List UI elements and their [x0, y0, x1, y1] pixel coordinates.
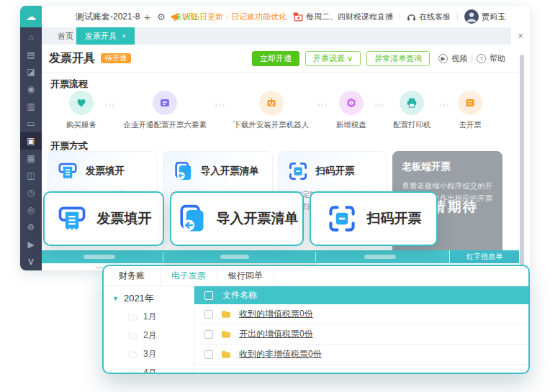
tab-e-invoice[interactable]: 电子发票 — [161, 266, 217, 286]
folder-outline-icon — [128, 332, 138, 339]
ticket-icon: ▣ — [27, 136, 35, 146]
billing-icon: ▭ — [27, 119, 35, 129]
tree-node-month-2[interactable]: 2月 — [104, 326, 194, 345]
step-install-robot[interactable]: 下载并安装开票机器人 — [233, 91, 309, 130]
sidebar-item-billing[interactable]: ▭ — [20, 115, 42, 132]
online-support-link[interactable]: 在线客服 — [407, 12, 451, 22]
file-table: 文件名称 收到的增值税票0份 开出的增值税票0份 收到的非增值税票0份 — [194, 286, 528, 373]
app-logo[interactable]: ☁ — [20, 6, 42, 27]
sidebar-item-home[interactable]: ⌂ — [20, 29, 42, 46]
cloud-icon: ☁ — [26, 12, 36, 22]
invoice-file-icon: ▥ — [27, 101, 35, 111]
sidebar-item-account[interactable]: ◎ — [20, 201, 42, 219]
heart-icon — [69, 91, 94, 115]
printer-icon — [400, 91, 424, 115]
sidebar-item-voucher[interactable]: ▤ — [20, 46, 42, 63]
sidebar-item-funds[interactable]: ◉ — [20, 81, 42, 98]
avatar — [464, 9, 479, 24]
close-icon: × — [518, 31, 523, 41]
abnormal-list-button[interactable]: 异常清单查询 — [366, 51, 430, 66]
live-course-link[interactable]: 每周二、四财税课程直播 — [293, 12, 393, 22]
row-checkbox[interactable] — [204, 350, 213, 359]
row-checkbox[interactable] — [204, 310, 213, 319]
tab-close-icon[interactable]: × — [122, 32, 126, 40]
sidebar-item-invoice-file[interactable]: ▥ — [20, 98, 42, 115]
tree-node-month-4[interactable]: 4月 — [104, 363, 194, 374]
overlay-card-scan-code[interactable]: 扫码开票 — [310, 191, 438, 246]
file-link[interactable]: 收到的增值税票0份 — [239, 308, 313, 320]
robot-icon — [259, 91, 284, 115]
video-icon: ▶ — [27, 240, 34, 250]
sidebar-item-tutorial[interactable]: ▶ — [20, 236, 42, 253]
printer-icon: ◫ — [27, 170, 35, 181]
settings-label: 开票设置 — [313, 54, 345, 63]
header-actions: 立即开通 开票设置 ∨ 异常清单查询 ▶ 视频 | ? 帮助 — [252, 51, 505, 66]
tree-node-2021[interactable]: ▼ 2021年 — [104, 290, 194, 307]
tree-node-month-1[interactable]: 1月 — [104, 307, 194, 326]
tab-invoice-active[interactable]: 发票开具 × — [76, 27, 135, 45]
file-name-header: 文件名称 — [222, 289, 257, 301]
tab-bank-receipt[interactable]: 银行回单 — [217, 266, 274, 286]
panel-tabs: 财务账 电子发票 银行回单 — [104, 266, 528, 286]
help-link[interactable]: 帮助 — [490, 53, 505, 64]
sidebar-item-brand[interactable]: V — [20, 253, 42, 270]
import-list-icon — [176, 203, 207, 234]
import-list-icon — [172, 160, 194, 182]
sidebar-item-invoice-tickets[interactable]: ▣ — [20, 132, 42, 150]
topbar-right: 8月5日更新：日记账功能优化 每周二、四财税课程直播 在线客服 — [171, 6, 505, 27]
invoice-settings-button[interactable]: 开票设置 ∨ — [305, 51, 361, 66]
assets-icon: ▦ — [27, 153, 35, 163]
step-arrow-icon: ››› — [439, 100, 450, 110]
video-link[interactable]: 视频 — [451, 53, 467, 64]
support-text: 在线客服 — [419, 12, 451, 22]
divider — [42, 72, 520, 73]
folder-icon — [221, 330, 231, 338]
panel-body: ▼ 2021年 1月 2月 3月 4月 文件名称 — [104, 286, 528, 373]
sidebar-item-report[interactable]: ◪ — [20, 63, 42, 81]
folder-outline-icon — [128, 350, 138, 358]
tab-finance-account[interactable]: 财务账 — [104, 266, 161, 286]
tab-label: 发票开具 — [85, 31, 117, 42]
add-button[interactable]: + — [144, 6, 150, 27]
overlay-card-fill-invoice[interactable]: 发票填开 — [43, 191, 164, 246]
sidebar-item-settings[interactable]: ⚙ — [20, 219, 42, 236]
folder-outline-icon — [128, 313, 138, 321]
step-go-invoice[interactable]: 去开票 — [458, 91, 482, 130]
step-add-tax-disk[interactable]: 新增税盘 — [336, 91, 366, 130]
home-icon: ⌂ — [28, 32, 33, 42]
chevron-down-icon: ∨ — [347, 54, 353, 63]
file-row: 收到的增值税票0份 — [194, 304, 528, 324]
folder-outline-icon — [128, 369, 138, 375]
vertical-scrollbar[interactable] — [520, 55, 524, 266]
funds-icon: ◉ — [27, 84, 35, 94]
report-icon: ◪ — [27, 67, 35, 77]
sidebar-item-print[interactable]: ◫ — [20, 167, 42, 184]
sidebar-item-history[interactable]: ◷ — [20, 184, 42, 201]
content-close-button[interactable]: × — [511, 27, 530, 45]
user-menu[interactable]: 贾莉玉 — [464, 9, 505, 24]
sidebar-item-assets[interactable]: ▦ — [20, 150, 42, 167]
gear-icon[interactable]: ⚙ — [157, 6, 166, 27]
overlay-card-import-list[interactable]: 导入开票清单 — [170, 191, 304, 246]
status-badge: 待开通 — [101, 53, 131, 63]
step-buy-service[interactable]: 购买服务 — [66, 91, 96, 130]
step-configure-elements[interactable]: 企业开通配置开票六要素 — [123, 91, 207, 130]
step-arrow-icon: ››› — [104, 100, 115, 110]
row-checkbox[interactable] — [204, 330, 213, 339]
step-configure-printer[interactable]: 配置打印机 — [393, 91, 431, 130]
scan-qr-icon — [287, 160, 309, 182]
tree-node-month-3[interactable]: 3月 — [104, 345, 194, 363]
file-link[interactable]: 开出的增值税票0份 — [239, 328, 313, 340]
topbar: ☁ 测试账套-2021-8 ∨ + ⚙ 未认证 8月5日更新：日记账功能优化 — [20, 6, 530, 28]
activate-button[interactable]: 立即开通 — [252, 51, 299, 66]
invoice-printer-icon — [56, 203, 88, 234]
notice-text: 8月5日更新：日记账功能优化 — [183, 12, 287, 22]
red-letter-info-button[interactable]: 红字信息单 — [449, 250, 519, 263]
live-text: 每周二、四财税课程直播 — [306, 12, 393, 22]
update-notice-link[interactable]: 8月5日更新：日记账功能优化 — [171, 12, 287, 22]
tree-root-label: 2021年 — [124, 292, 154, 305]
step-arrow-icon: ››› — [317, 100, 328, 110]
select-all-checkbox[interactable] — [204, 291, 213, 300]
headset-icon — [407, 12, 416, 22]
file-link[interactable]: 收到的非增值税票0份 — [239, 348, 322, 360]
